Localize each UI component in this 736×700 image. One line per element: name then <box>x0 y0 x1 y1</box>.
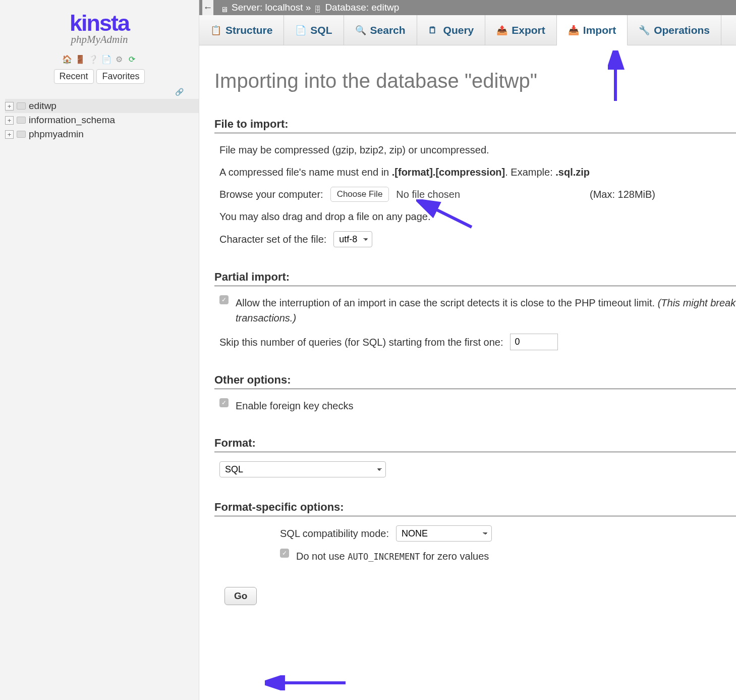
help-icon[interactable]: ❔ <box>88 55 97 64</box>
section-format: Format: SQL <box>214 437 736 477</box>
tab-label: SQL <box>310 24 332 36</box>
db-tree-item[interactable]: + phpmyadmin <box>5 127 199 141</box>
logout-icon[interactable]: 🚪 <box>75 55 84 64</box>
allow-interrupt-label: Allow the interruption of an import in c… <box>236 295 736 326</box>
section-format-specific: Format-specific options: SQL compatibili… <box>214 501 736 564</box>
fk-checks-label: Enable foreign key checks <box>236 398 353 413</box>
db-tree-item[interactable]: + information_schema <box>5 113 199 127</box>
tab-sql[interactable]: 📄SQL <box>284 15 344 45</box>
tab-search[interactable]: 🔍Search <box>344 15 417 45</box>
fk-checks-checkbox[interactable] <box>219 398 229 407</box>
db-name: phpmyadmin <box>29 129 84 140</box>
browse-label: Browse your computer: <box>219 187 323 202</box>
section-heading: Format-specific options: <box>214 501 736 516</box>
allow-interrupt-checkbox[interactable] <box>219 295 229 304</box>
tab-label: Export <box>512 24 545 36</box>
db-tree-item[interactable]: + editwp <box>5 99 199 113</box>
import-icon: 📥 <box>568 25 578 35</box>
section-heading: Other options: <box>214 373 736 389</box>
format-select[interactable]: SQL <box>219 461 386 477</box>
content: Importing into the database "editwp" Fil… <box>199 45 736 620</box>
server-icon <box>220 4 229 12</box>
operations-icon: 🔧 <box>639 25 649 35</box>
charset-select[interactable]: utf-8 <box>333 231 372 247</box>
home-icon[interactable]: 🏠 <box>62 55 71 64</box>
expand-icon[interactable]: + <box>5 130 14 139</box>
recent-button[interactable]: Recent <box>54 69 94 84</box>
expand-icon[interactable]: + <box>5 102 14 111</box>
tab-label: Query <box>443 24 474 36</box>
search-icon: 🔍 <box>355 25 365 35</box>
tabs: 📋Structure 📄SQL 🔍Search 🗒Query 📤Export 📥… <box>199 15 736 45</box>
db-tree: + editwp + information_schema + phpmyadm… <box>0 96 199 141</box>
section-heading: Format: <box>214 437 736 452</box>
breadcrumb-server-label: Server: <box>232 2 262 13</box>
go-button[interactable]: Go <box>224 587 257 605</box>
breadcrumb-sep: » <box>306 2 311 13</box>
section-heading: File to import: <box>214 118 736 133</box>
charset-label: Character set of the file: <box>219 232 326 247</box>
dragdrop-note: You may also drag and drop a file on any… <box>219 209 736 224</box>
tab-label: Operations <box>654 24 710 36</box>
tab-query[interactable]: 🗒Query <box>417 15 486 45</box>
skip-queries-input[interactable] <box>510 334 558 350</box>
compress-note: File may be compressed (gzip, bzip2, zip… <box>219 142 736 157</box>
logo-brand: kinsta <box>0 10 199 36</box>
tab-label: Import <box>583 24 616 36</box>
breadcrumb-db-name[interactable]: editwp <box>371 2 399 13</box>
sidebar: kinsta phpMyAdmin 🏠 🚪 ❔ 📄 ⚙ ⟳ Recent Fav… <box>0 0 199 700</box>
main-area: ← Server: localhost » Database: editwp 📋… <box>199 0 736 700</box>
export-icon: 📤 <box>496 25 506 35</box>
query-icon: 🗒 <box>428 25 438 35</box>
tab-structure[interactable]: 📋Structure <box>199 15 284 45</box>
section-partial-import: Partial import: Allow the interruption o… <box>214 271 736 350</box>
recent-favorites: Recent Favorites <box>0 67 199 88</box>
tab-export[interactable]: 📤Export <box>485 15 557 45</box>
settings-icon[interactable]: ⚙ <box>115 55 124 64</box>
sql-doc-icon[interactable]: 📄 <box>101 55 110 64</box>
breadcrumb-db-label: Database: <box>325 2 369 13</box>
database-icon <box>314 4 322 12</box>
filename-note: A compressed file's name must end in .[f… <box>219 165 736 180</box>
tab-import[interactable]: 📥Import <box>557 15 628 45</box>
section-heading: Partial import: <box>214 271 736 286</box>
auto-increment-label: Do not use AUTO_INCREMENT for zero value… <box>296 549 489 564</box>
expand-icon[interactable]: + <box>5 116 14 125</box>
favorites-button[interactable]: Favorites <box>96 69 145 84</box>
logo-area: kinsta phpMyAdmin <box>0 0 199 51</box>
tab-operations[interactable]: 🔧Operations <box>628 15 721 45</box>
tab-label: Structure <box>225 24 272 36</box>
breadcrumb: ← Server: localhost » Database: editwp <box>199 0 736 15</box>
db-name: editwp <box>29 100 56 112</box>
section-other-options: Other options: Enable foreign key checks <box>214 373 736 413</box>
structure-icon: 📋 <box>210 25 220 35</box>
auto-increment-checkbox[interactable] <box>280 549 289 558</box>
logo-product: phpMyAdmin <box>0 33 199 46</box>
breadcrumb-server-name[interactable]: localhost <box>265 2 303 13</box>
back-arrow-icon[interactable]: ← <box>202 0 213 15</box>
annotation-arrow-icon <box>265 675 351 690</box>
sql-icon: 📄 <box>295 25 305 35</box>
page-title: Importing into the database "editwp" <box>214 70 736 92</box>
collapse-link-icon[interactable]: 🔗 <box>0 88 199 96</box>
choose-file-button[interactable]: Choose File <box>330 187 389 202</box>
section-file-import: File to import: File may be compressed (… <box>214 118 736 247</box>
database-icon <box>17 117 26 124</box>
reload-icon[interactable]: ⟳ <box>128 55 137 64</box>
tab-label: Search <box>370 24 406 36</box>
compat-label: SQL compatibility mode: <box>280 526 389 541</box>
database-icon <box>17 131 26 138</box>
database-icon <box>17 102 26 110</box>
no-file-text: No file chosen <box>396 187 460 202</box>
compat-select[interactable]: NONE <box>396 525 492 542</box>
db-name: information_schema <box>29 115 115 126</box>
sidebar-iconbar: 🏠 🚪 ❔ 📄 ⚙ ⟳ <box>0 51 199 67</box>
skip-label: Skip this number of queries (for SQL) st… <box>219 335 503 350</box>
max-size: (Max: 128MiB) <box>590 187 655 202</box>
